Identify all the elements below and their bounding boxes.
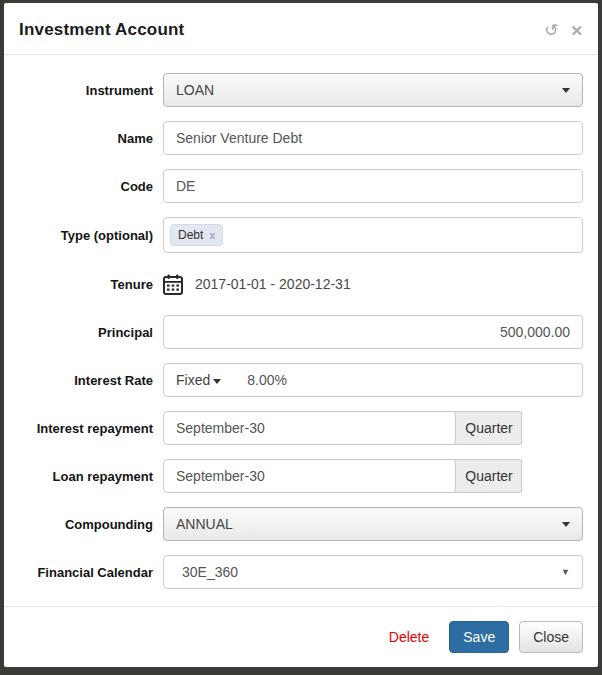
dialog-header: Investment Account ↺ ✕ — [4, 3, 598, 55]
row-interest-repayment: Interest repayment Quarter — [19, 411, 583, 445]
financial-calendar-label: Financial Calendar — [19, 565, 163, 580]
row-loan-repayment: Loan repayment Quarter — [19, 459, 583, 493]
close-icon[interactable]: ✕ — [570, 23, 583, 38]
close-button[interactable]: Close — [519, 621, 583, 653]
financial-calendar-selected-value: 30E_360 — [182, 564, 238, 580]
row-code: Code — [19, 169, 583, 203]
loan-repayment-label: Loan repayment — [19, 469, 163, 484]
row-instrument: Instrument LOAN — [19, 73, 583, 107]
chevron-down-icon — [213, 379, 221, 384]
loan-repayment-input[interactable] — [163, 459, 456, 493]
interest-repayment-period-button[interactable]: Quarter — [452, 411, 522, 445]
instrument-select[interactable]: LOAN — [163, 73, 583, 107]
interest-repayment-label: Interest repayment — [19, 421, 163, 436]
delete-button[interactable]: Delete — [389, 629, 429, 645]
code-input[interactable] — [163, 169, 583, 203]
row-interest-rate: Interest Rate Fixed — [19, 363, 583, 397]
undo-icon[interactable]: ↺ — [544, 22, 558, 39]
interest-rate-label: Interest Rate — [19, 373, 163, 388]
dialog-title: Investment Account — [19, 20, 184, 40]
loan-repayment-period-button[interactable]: Quarter — [452, 459, 522, 493]
tenure-label: Tenure — [19, 277, 163, 292]
type-tag-text: Debt — [178, 228, 203, 242]
compounding-label: Compounding — [19, 517, 163, 532]
interest-repayment-input[interactable] — [163, 411, 456, 445]
chevron-down-icon — [562, 522, 570, 527]
type-label: Type (optional) — [19, 228, 163, 243]
remove-tag-icon[interactable]: x — [209, 229, 215, 241]
calendar-icon[interactable] — [163, 274, 183, 295]
financial-calendar-select[interactable]: 30E_360 ▼ — [163, 555, 583, 589]
chevron-down-icon — [562, 88, 570, 93]
row-financial-calendar: Financial Calendar 30E_360 ▼ — [19, 555, 583, 589]
header-tools: ↺ ✕ — [544, 22, 583, 39]
instrument-label: Instrument — [19, 83, 163, 98]
dialog-footer: Delete Save Close — [4, 606, 598, 667]
select-arrow-icon: ▼ — [561, 567, 570, 577]
type-tags-input[interactable]: Debt x — [163, 217, 583, 253]
principal-label: Principal — [19, 325, 163, 340]
interest-rate-input[interactable] — [247, 372, 367, 388]
principal-input[interactable] — [163, 315, 583, 349]
investment-account-dialog: Investment Account ↺ ✕ Instrument LOAN N… — [4, 3, 598, 667]
name-input[interactable] — [163, 121, 583, 155]
rate-mode-value: Fixed — [176, 372, 210, 388]
row-compounding: Compounding ANNUAL — [19, 507, 583, 541]
rate-mode-dropdown[interactable]: Fixed — [176, 372, 221, 388]
code-label: Code — [19, 179, 163, 194]
row-tenure: Tenure — [19, 267, 583, 301]
row-name: Name — [19, 121, 583, 155]
row-principal: Principal — [19, 315, 583, 349]
save-button[interactable]: Save — [449, 621, 509, 653]
type-tag: Debt x — [170, 224, 223, 246]
compounding-selected-value: ANNUAL — [176, 516, 233, 532]
compounding-select[interactable]: ANNUAL — [163, 507, 583, 541]
row-type: Type (optional) Debt x — [19, 217, 583, 253]
interest-rate-control: Fixed — [163, 363, 583, 397]
dialog-body: Instrument LOAN Name Code Type (optional… — [4, 55, 598, 606]
instrument-selected-value: LOAN — [176, 82, 214, 98]
name-label: Name — [19, 131, 163, 146]
tenure-range-value: 2017-01-01 - 2020-12-31 — [195, 276, 351, 292]
